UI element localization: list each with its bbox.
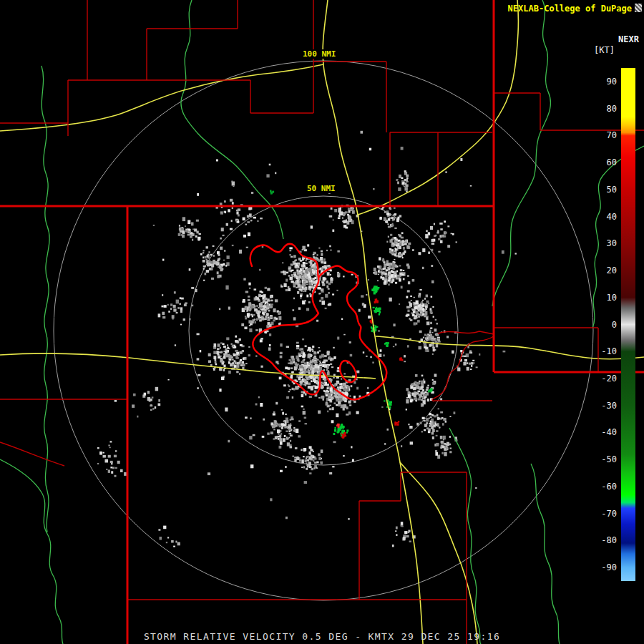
range-rings bbox=[54, 61, 593, 600]
range-ring-100nmi bbox=[54, 61, 593, 600]
radar-display: 100 NMI 50 NMI NEXLAB-College of DuPage … bbox=[0, 0, 644, 644]
county-borders bbox=[0, 0, 644, 644]
radar-map-canvas bbox=[0, 0, 644, 644]
sprite-icon bbox=[635, 4, 642, 12]
range-ring-label-50nmi: 50 NMI bbox=[306, 184, 337, 193]
status-bar: STORM RELATIVE VELOCITY 0.5 DEG - KMTX 2… bbox=[0, 631, 644, 642]
colorbar-title: NEXR bbox=[618, 34, 639, 44]
range-ring-label-100nmi: 100 NMI bbox=[301, 49, 337, 59]
rivers-layer bbox=[0, 0, 644, 644]
brand-text: NEXLAB-College of DuPage bbox=[508, 4, 632, 14]
velocity-colorbar bbox=[621, 68, 635, 581]
echo-layer bbox=[97, 131, 517, 547]
state-borders bbox=[0, 0, 644, 644]
colorbar-units: [KT] bbox=[594, 45, 615, 55]
roads-layer bbox=[0, 0, 644, 644]
